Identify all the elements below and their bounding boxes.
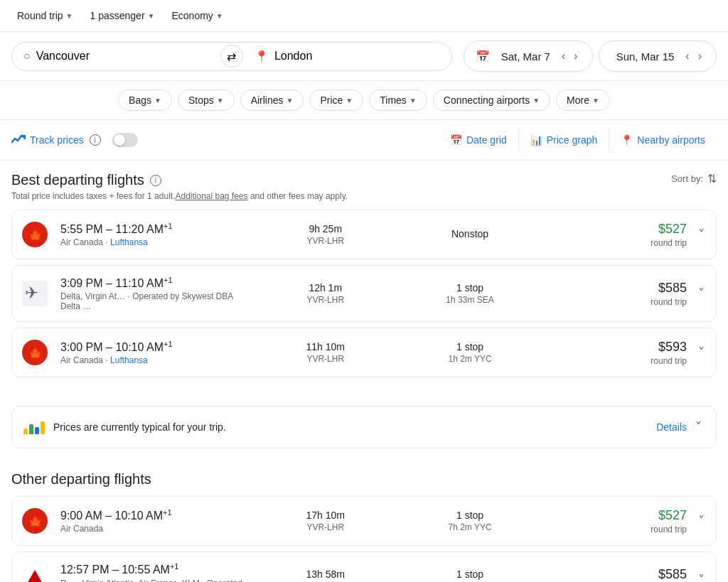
price-label: Price bbox=[320, 95, 343, 106]
price-arrow: ▼ bbox=[346, 97, 353, 104]
flight-expand-button[interactable]: ˅ bbox=[695, 510, 707, 532]
destination-input[interactable] bbox=[274, 50, 440, 63]
price-graph-label: Price graph bbox=[547, 134, 598, 146]
best-flights-title: Best departing flights i bbox=[11, 172, 348, 188]
typical-banner-expand[interactable]: ˅ bbox=[692, 416, 705, 438]
flight-stops: 1 stop 1h 39m SLC bbox=[397, 568, 542, 582]
flight-airlines: D… · Virgin Atlantic, Air France, KLM · … bbox=[60, 578, 253, 582]
air-canada-logo: 🍁 bbox=[22, 340, 48, 365]
flight-stops: Nonstop bbox=[397, 228, 542, 241]
flight-expand-button[interactable]: ˅ bbox=[695, 224, 707, 245]
flight-times: 9:00 AM – 10:10 AM+1 Air Canada bbox=[60, 508, 253, 534]
svg-text:🍁: 🍁 bbox=[26, 227, 43, 243]
nearby-airports-icon: 📍 bbox=[621, 134, 633, 146]
date-grid-icon: 📅 bbox=[450, 134, 462, 146]
airlines-label: Airlines bbox=[251, 95, 284, 106]
typical-banner-right: Details ˅ bbox=[656, 416, 705, 438]
search-fields: ○ ⇄ 📍 bbox=[11, 42, 452, 71]
svg-text:🍁: 🍁 bbox=[26, 345, 43, 361]
flight-card[interactable]: ✈ 3:09 PM – 11:10 AM+1 Delta, Virgin At…… bbox=[11, 265, 717, 322]
trip-type-button[interactable]: Round trip ▼ bbox=[11, 7, 79, 24]
details-button[interactable]: Details bbox=[656, 421, 687, 433]
filter-bar: Bags ▼ Stops ▼ Airlines ▼ Price ▼ Times … bbox=[0, 81, 728, 120]
track-prices-toggle[interactable] bbox=[112, 133, 138, 147]
bags-label: Bags bbox=[129, 95, 151, 106]
departure-prev-button[interactable]: ‹ bbox=[559, 48, 568, 64]
flight-times: 3:09 PM – 11:10 AM+1 Delta, Virgin At… ·… bbox=[60, 276, 253, 311]
price-value: $527 bbox=[542, 222, 687, 237]
departure-date-field[interactable]: 📅 Sat, Mar 7 ‹ › bbox=[464, 41, 593, 72]
track-prices-info-icon[interactable]: i bbox=[90, 134, 101, 146]
typical-price-text: Prices are currently typical for your tr… bbox=[53, 421, 226, 433]
sort-icon[interactable]: ⇅ bbox=[707, 172, 717, 185]
airline-logo: 🍁 bbox=[21, 338, 49, 367]
flight-duration: 9h 25m YVR-LHR bbox=[253, 223, 397, 246]
date-grid-button[interactable]: 📅 Date grid bbox=[439, 129, 519, 151]
swap-button[interactable]: ⇄ bbox=[220, 45, 243, 68]
flight-duration: 17h 10m YVR-LHR bbox=[253, 510, 397, 532]
air-canada-logo: 🍁 bbox=[22, 222, 48, 247]
more-filter-button[interactable]: More ▼ bbox=[556, 90, 610, 111]
bags-filter-button[interactable]: Bags ▼ bbox=[118, 90, 172, 111]
more-label: More bbox=[567, 95, 589, 106]
origin-input[interactable] bbox=[36, 50, 209, 63]
return-prev-button[interactable]: ‹ bbox=[682, 48, 692, 64]
stops-filter-button[interactable]: Stops ▼ bbox=[178, 90, 235, 111]
airlines-filter-button[interactable]: Airlines ▼ bbox=[240, 90, 304, 111]
track-prices-label: Track prices bbox=[11, 134, 84, 146]
times-filter-button[interactable]: Times ▼ bbox=[369, 90, 427, 111]
stops-arrow: ▼ bbox=[217, 97, 224, 104]
origin-field[interactable]: ○ bbox=[12, 43, 220, 70]
additional-bag-fees-link[interactable]: Additional bag fees bbox=[175, 191, 247, 201]
times-label: Times bbox=[380, 95, 407, 106]
track-prices-row: Track prices i 📅 Date grid 📊 Price graph… bbox=[0, 120, 728, 161]
calendar-icon: 📅 bbox=[476, 50, 490, 63]
flight-price: $527 round trip bbox=[542, 222, 687, 248]
flight-times: 12:57 PM – 10:55 AM+1 D… · Virgin Atlant… bbox=[60, 562, 253, 582]
return-date-field[interactable]: Sun, Mar 15 ‹ › bbox=[599, 41, 717, 72]
best-flights-info-icon[interactable]: i bbox=[150, 175, 161, 186]
price-value: $585 bbox=[542, 567, 687, 582]
cabin-class-button[interactable]: Economy ▼ bbox=[166, 7, 228, 24]
passengers-button[interactable]: 1 passenger ▼ bbox=[85, 7, 161, 24]
price-value: $527 bbox=[542, 508, 687, 523]
price-graph-icon: 📊 bbox=[530, 134, 542, 146]
maple-leaf-icon: 🍁 bbox=[26, 344, 43, 361]
svg-marker-5 bbox=[23, 570, 46, 582]
svg-text:✈: ✈ bbox=[25, 284, 38, 302]
nearby-airports-button[interactable]: 📍 Nearby airports bbox=[609, 129, 717, 151]
flight-airlines: Delta, Virgin At… · Operated by Skywest … bbox=[60, 291, 253, 311]
return-next-button[interactable]: › bbox=[695, 48, 705, 64]
airlines-arrow: ▼ bbox=[287, 97, 294, 104]
destination-field[interactable]: 📍 bbox=[243, 43, 451, 70]
lufthansa-link[interactable]: Lufthansa bbox=[110, 237, 148, 247]
date-grid-label: Date grid bbox=[466, 134, 507, 146]
flight-card[interactable]: 🍁 5:55 PM – 11:20 AM+1 Air Canada · Luft… bbox=[11, 210, 717, 259]
price-value: $585 bbox=[542, 281, 687, 296]
flight-card[interactable]: 12:57 PM – 10:55 AM+1 D… · Virgin Atlant… bbox=[11, 551, 717, 582]
search-row: ○ ⇄ 📍 📅 Sat, Mar 7 ‹ › Sun, Mar 15 ‹ › bbox=[0, 32, 728, 81]
flight-card[interactable]: 🍁 3:00 PM – 10:10 AM+1 Air Canada · Luft… bbox=[11, 328, 717, 377]
price-graph-button[interactable]: 📊 Price graph bbox=[519, 129, 610, 151]
flight-expand-button[interactable]: ˅ bbox=[695, 283, 707, 304]
flight-expand-button[interactable]: ˅ bbox=[695, 342, 707, 363]
flight-price: $585 round trip bbox=[542, 281, 687, 307]
price-filter-button[interactable]: Price ▼ bbox=[309, 90, 363, 111]
connecting-airports-label: Connecting airports bbox=[444, 95, 530, 106]
flight-duration: 11h 10m YVR-LHR bbox=[253, 341, 397, 364]
lufthansa-link[interactable]: Lufthansa bbox=[110, 355, 148, 365]
track-prices-icon bbox=[11, 134, 26, 146]
flight-time-range: 9:00 AM – 10:10 AM+1 bbox=[60, 508, 253, 522]
sort-row: Sort by: ⇅ bbox=[671, 172, 717, 185]
bags-arrow: ▼ bbox=[154, 97, 161, 104]
flight-card[interactable]: 🍁 9:00 AM – 10:10 AM+1 Air Canada 17h 10… bbox=[11, 496, 717, 546]
airline-logo: ✈ bbox=[21, 279, 49, 308]
departure-next-button[interactable]: › bbox=[571, 48, 580, 64]
other-flights-section: Other departing flights 🍁 9:00 AM – 10:1… bbox=[0, 460, 728, 582]
flight-time-range: 12:57 PM – 10:55 AM+1 bbox=[60, 562, 253, 576]
flight-expand-button[interactable]: ˅ bbox=[695, 569, 707, 582]
times-arrow: ▼ bbox=[410, 97, 417, 104]
nearby-airports-label: Nearby airports bbox=[637, 134, 705, 146]
connecting-airports-filter-button[interactable]: Connecting airports ▼ bbox=[433, 90, 550, 111]
view-options: 📅 Date grid 📊 Price graph 📍 Nearby airpo… bbox=[439, 129, 717, 151]
